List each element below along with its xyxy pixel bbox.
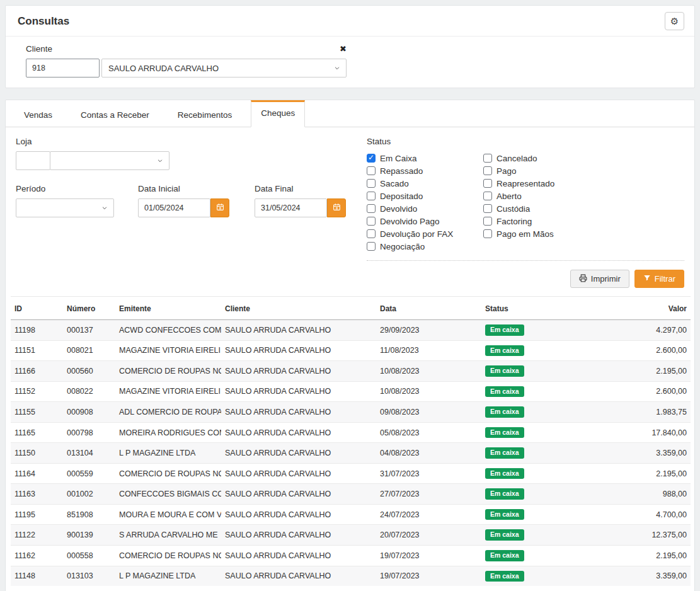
status-option-em-caixa[interactable]: Em Caixa (367, 152, 483, 164)
table-row[interactable]: 11122900139S ARRUDA CARVALHO MESAULO ARR… (11, 525, 691, 546)
checkbox-label: Devolução por FAX (380, 229, 453, 239)
cell-cliente: SAULO ARRUDA CARVALHO (221, 546, 376, 566)
cell-cliente: SAULO ARRUDA CARVALHO (221, 525, 376, 546)
table-row[interactable]: 11155000908ADL COMERCIO DE ROUPAS …SAULO… (11, 402, 691, 423)
checkbox-label: Pago (496, 166, 517, 176)
table-row[interactable]: 11151008021MAGAZINE VITORIA EIRELI MESAU… (11, 340, 691, 361)
tab-contas-a-receber[interactable]: Contas a Receber (71, 100, 159, 127)
cheques-table: IDNúmeroEmitenteClienteDataStatusValor 1… (11, 296, 691, 586)
status-option-depositado[interactable]: Depositado (367, 190, 483, 202)
checkbox-reapresentado[interactable] (483, 179, 492, 188)
cell-id: 11198 (11, 320, 63, 341)
cell-numero: 000798 (63, 422, 115, 443)
status-option-factoring[interactable]: Factoring (483, 215, 600, 227)
cell-cliente: SAULO ARRUDA CARVALHO (221, 484, 376, 505)
table-row[interactable]: 11162000558COMERCIO DE ROUPAS NOV…SAULO … (11, 546, 691, 566)
cell-data: 10/08/2023 (376, 381, 481, 402)
cell-id: 11122 (11, 525, 63, 546)
filtrar-button[interactable]: Filtrar (634, 270, 684, 288)
client-select[interactable]: SAULO ARRUDA CARVALHO (101, 59, 347, 77)
table-row[interactable]: 11198000137ACWD CONFECCOES COMER…SAULO A… (11, 320, 691, 341)
cell-emitente: L P MAGAZINE LTDA (115, 443, 221, 464)
table-row[interactable]: 11165000798MOREIRA RODRIGUES COME…SAULO … (11, 422, 691, 443)
checkbox-pago-em-maos[interactable] (483, 229, 492, 238)
checkbox-custodia[interactable] (483, 204, 492, 213)
checkbox-sacado[interactable] (367, 179, 376, 188)
status-option-cancelado[interactable]: Cancelado (483, 152, 600, 164)
checkbox-em-caixa[interactable] (367, 154, 376, 163)
checkbox-pago[interactable] (483, 166, 492, 175)
checkbox-factoring[interactable] (483, 217, 492, 226)
status-option-negociacao[interactable]: Negociação (367, 240, 483, 253)
cell-cliente: SAULO ARRUDA CARVALHO (221, 422, 376, 443)
table-row[interactable]: 11164000559COMERCIO DE ROUPAS NOV…SAULO … (11, 463, 691, 484)
tabs: VendasContas a ReceberRecebimentosCheque… (6, 100, 694, 127)
tab-cheques[interactable]: Cheques (251, 100, 305, 127)
cell-numero: 000137 (63, 320, 115, 341)
status-option-repassado[interactable]: Repassado (367, 164, 483, 177)
status-option-reapresentado[interactable]: Reapresentado (483, 177, 600, 190)
cell-valor: 3.359,00 (582, 443, 691, 464)
cell-id: 11162 (11, 546, 63, 566)
cell-numero: 008021 (63, 340, 115, 361)
status-option-custodia[interactable]: Custódia (483, 202, 600, 215)
page-title: Consultas (18, 15, 69, 27)
data-inicial-calendar-button[interactable] (210, 198, 229, 217)
status-option-sacado[interactable]: Sacado (367, 177, 483, 190)
cell-emitente: ACWD CONFECCOES COMER… (115, 320, 221, 341)
cell-valor: 4.700,00 (582, 504, 691, 525)
checkbox-devolvido[interactable] (367, 204, 376, 213)
status-option-pago[interactable]: Pago (483, 164, 600, 177)
checkbox-devolvido-pago[interactable] (367, 217, 376, 226)
periodo-select[interactable] (16, 198, 114, 217)
status-badge: Em caixa (485, 345, 524, 357)
cell-status: Em caixa (481, 361, 582, 382)
cell-valor: 4.297,00 (582, 320, 691, 341)
imprimir-button[interactable]: Imprimir (570, 270, 629, 288)
cell-id: 11150 (11, 443, 63, 464)
printer-icon (579, 274, 587, 284)
checkbox-repassado[interactable] (367, 166, 376, 175)
data-inicial-input[interactable] (138, 198, 210, 217)
settings-button[interactable]: ⚙ (665, 12, 684, 30)
table-row[interactable]: 11166000560COMERCIO DE ROUPAS NOV…SAULO … (11, 361, 691, 382)
table-row[interactable]: 11152008022MAGAZINE VITORIA EIRELI MESAU… (11, 381, 691, 402)
cell-data: 05/08/2023 (376, 422, 481, 443)
checkbox-label: Sacado (380, 179, 409, 188)
close-icon[interactable]: ✖ (340, 44, 347, 54)
table-row[interactable]: 11163001002CONFECCOES BIGMAIS COM…SAULO … (11, 484, 691, 505)
checkbox-label: Em Caixa (380, 154, 417, 163)
checkbox-depositado[interactable] (367, 192, 376, 200)
status-option-devolucao-por-fax[interactable]: Devolução por FAX (367, 227, 483, 240)
column-header-id: ID (11, 297, 63, 320)
cell-status: Em caixa (481, 463, 582, 484)
status-badge: Em caixa (485, 386, 524, 398)
client-code-input[interactable] (26, 59, 100, 77)
tab-vendas[interactable]: Vendas (14, 100, 62, 127)
checkbox-cancelado[interactable] (483, 154, 492, 163)
cell-id: 11151 (11, 340, 63, 361)
cell-data: 20/07/2023 (376, 525, 481, 546)
loja-code-input[interactable] (16, 151, 50, 170)
tab-recebimentos[interactable]: Recebimentos (168, 100, 241, 127)
status-option-devolvido-pago[interactable]: Devolvido Pago (367, 215, 483, 227)
chevron-down-icon (334, 65, 340, 71)
page-header: Consultas ⚙ (6, 6, 694, 37)
checkbox-label: Custódia (496, 204, 530, 214)
data-final-calendar-button[interactable] (327, 198, 346, 217)
checkbox-label: Pago em Mãos (496, 229, 554, 239)
data-final-input[interactable] (255, 198, 327, 217)
loja-select[interactable] (50, 151, 169, 170)
cell-valor: 988,00 (582, 484, 691, 505)
table-row[interactable]: 11150013104L P MAGAZINE LTDASAULO ARRUDA… (11, 443, 691, 464)
checkbox-aberto[interactable] (483, 192, 492, 200)
checkbox-negociacao[interactable] (367, 242, 376, 251)
checkbox-label: Depositado (380, 192, 423, 201)
status-option-pago-em-maos[interactable]: Pago em Mãos (483, 227, 600, 240)
status-option-aberto[interactable]: Aberto (483, 190, 600, 202)
status-column-2: CanceladoPagoReapresentadoAbertoCustódia… (483, 152, 600, 253)
status-option-devolvido[interactable]: Devolvido (367, 202, 483, 215)
table-row[interactable]: 11195851908MOURA E MOURA E COM VAR…SAULO… (11, 504, 691, 525)
table-row[interactable]: 11148013103L P MAGAZINE LTDASAULO ARRUDA… (11, 566, 691, 586)
checkbox-devolucao-por-fax[interactable] (367, 229, 376, 238)
